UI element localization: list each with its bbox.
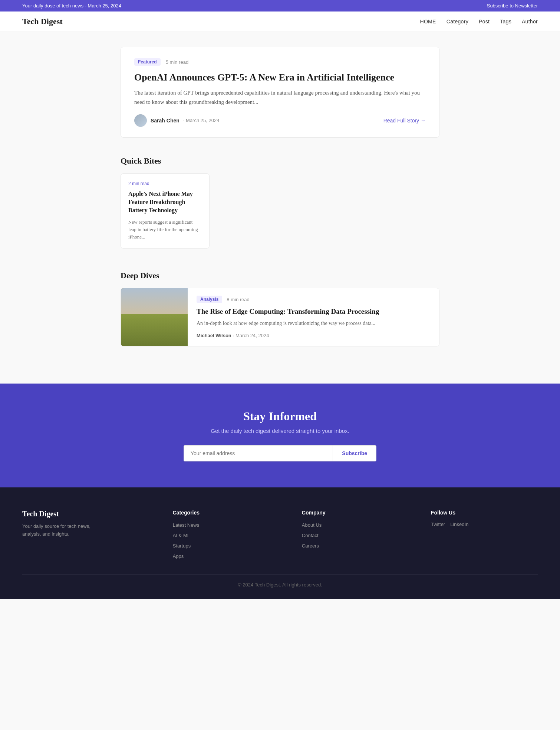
footer-brand: Tech Digest Your daily source for tech n… [22, 510, 151, 559]
deep-dive-excerpt: An in-depth look at how edge computing i… [197, 319, 379, 328]
deep-dive-title: The Rise of Edge Computing: Transforming… [197, 307, 379, 316]
deep-dive-content: Analysis 8 min read The Rise of Edge Com… [188, 288, 388, 346]
deep-dive-author-row: Michael Wilson · March 24, 2024 [197, 332, 379, 339]
newsletter-section: Stay Informed Get the daily tech digest … [0, 384, 560, 487]
deep-dive-badge: Analysis [197, 296, 222, 303]
featured-excerpt: The latest iteration of GPT brings unpre… [134, 88, 426, 107]
footer-categories-col: Categories Latest News AI & ML Startups … [173, 510, 280, 559]
featured-author-info: Sarah Chen · March 25, 2024 [134, 114, 219, 127]
footer-link-startups[interactable]: Startups [173, 543, 191, 549]
footer-link-contact[interactable]: Contact [302, 533, 319, 538]
quick-bites-section: Quick Bites 2 min read Apple's Next iPho… [121, 156, 439, 249]
newsletter-subtitle: Get the daily tech digest delivered stra… [7, 428, 553, 434]
newsletter-form: Subscribe [184, 445, 376, 461]
footer-link-ai-ml[interactable]: AI & ML [173, 533, 190, 538]
deep-dive-card: Analysis 8 min read The Rise of Edge Com… [121, 288, 439, 346]
footer-categories-heading: Categories [173, 510, 280, 516]
deep-dives-section: Deep Dives Analysis 8 min read The Rise … [121, 271, 439, 346]
quick-bite-excerpt: New reports suggest a significant leap i… [128, 218, 202, 241]
footer-link-about[interactable]: About Us [302, 522, 322, 528]
author-avatar [134, 114, 147, 127]
footer-link-apps[interactable]: Apps [173, 553, 184, 559]
image-sky [121, 288, 188, 317]
newsletter-title: Stay Informed [7, 410, 553, 423]
footer-company-col: Company About Us Contact Careers [302, 510, 409, 559]
footer-link-linkedin[interactable]: LinkedIn [450, 522, 468, 527]
nav-home[interactable]: HOME [420, 19, 436, 24]
quick-bites-grid: 2 min read Apple's Next iPhone May Featu… [121, 173, 439, 249]
featured-author-name: Sarah Chen [151, 118, 179, 124]
banner-cta[interactable]: Subscribe to Newsletter [487, 3, 538, 9]
featured-footer: Sarah Chen · March 25, 2024 Read Full St… [134, 114, 426, 127]
quick-bite-card: 2 min read Apple's Next iPhone May Featu… [121, 173, 210, 249]
site-logo[interactable]: Tech Digest [22, 17, 63, 26]
footer-link-latest-news[interactable]: Latest News [173, 522, 200, 528]
footer-company-list: About Us Contact Careers [302, 522, 409, 549]
site-header: Tech Digest HOME Category Post Tags Auth… [0, 11, 560, 32]
featured-title: OpenAI Announces GPT-5: A New Era in Art… [134, 71, 426, 84]
footer-link-careers[interactable]: Careers [302, 543, 319, 549]
deep-dive-image [121, 288, 188, 346]
footer-tagline: Your daily source for tech news, analysi… [22, 523, 96, 538]
deep-dive-date: · March 24, 2024 [233, 333, 269, 338]
footer-categories-list: Latest News AI & ML Startups Apps [173, 522, 280, 559]
featured-meta: Featured 5 min read [134, 58, 426, 66]
footer-follow-links: Twitter LinkedIn [431, 522, 538, 527]
avatar-circle [134, 114, 147, 127]
deep-dive-meta: Analysis 8 min read [197, 296, 379, 303]
deep-dives-heading: Deep Dives [121, 271, 439, 280]
footer-copyright: © 2024 Tech Digest. All rights reserved. [238, 582, 322, 588]
featured-read-time: 5 min read [166, 59, 188, 65]
footer-bottom: © 2024 Tech Digest. All rights reserved. [22, 574, 538, 588]
nav-post[interactable]: Post [479, 19, 490, 24]
quick-bite-title: Apple's Next iPhone May Feature Breakthr… [128, 190, 202, 215]
image-field [121, 314, 188, 346]
top-banner: Your daily dose of tech news - March 25,… [0, 0, 560, 11]
site-nav: HOME Category Post Tags Author [420, 19, 538, 24]
quick-bites-heading: Quick Bites [121, 156, 439, 166]
newsletter-email-input[interactable] [184, 445, 333, 461]
deep-dive-author-name: Michael Wilson [197, 333, 231, 338]
site-footer: Tech Digest Your daily source for tech n… [0, 487, 560, 599]
footer-follow-heading: Follow Us [431, 510, 538, 516]
newsletter-subscribe-button[interactable]: Subscribe [333, 445, 376, 461]
footer-link-twitter[interactable]: Twitter [431, 522, 445, 527]
footer-logo: Tech Digest [22, 510, 151, 518]
banner-text: Your daily dose of tech news - March 25,… [22, 3, 121, 9]
featured-badge: Featured [134, 58, 161, 66]
footer-top: Tech Digest Your daily source for tech n… [22, 510, 538, 559]
featured-author-date: · March 25, 2024 [183, 118, 220, 123]
read-full-story-link[interactable]: Read Full Story → [383, 118, 426, 124]
footer-company-heading: Company [302, 510, 409, 516]
quick-bite-read-time: 2 min read [128, 181, 202, 186]
nav-category[interactable]: Category [447, 19, 468, 24]
footer-follow-col: Follow Us Twitter LinkedIn [431, 510, 538, 559]
featured-article: Featured 5 min read OpenAI Announces GPT… [121, 47, 439, 138]
nav-author[interactable]: Author [522, 19, 538, 24]
nav-tags[interactable]: Tags [500, 19, 511, 24]
deep-dive-read-time: 8 min read [227, 297, 249, 302]
main-content: Featured 5 min read OpenAI Announces GPT… [113, 32, 447, 384]
